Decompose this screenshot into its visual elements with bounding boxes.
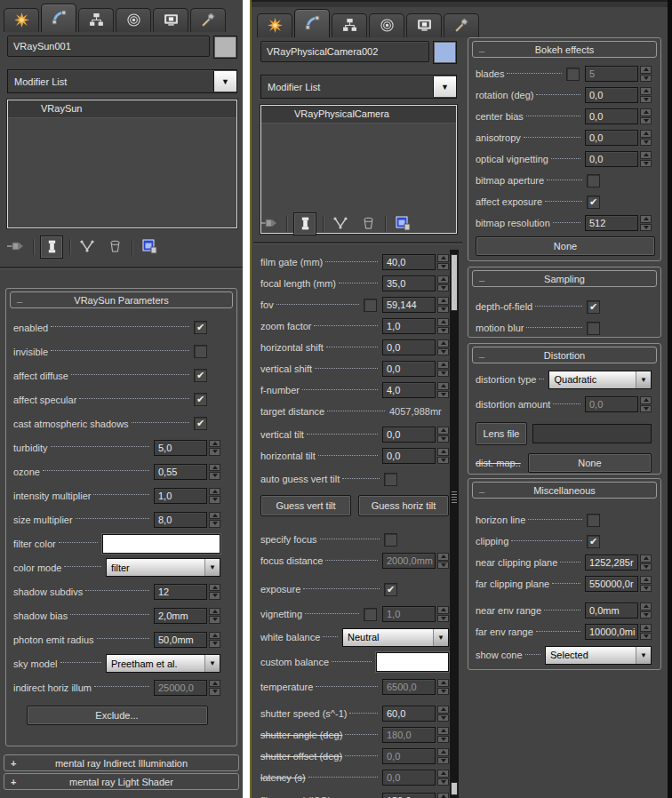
exposure-checkbox[interactable]: ✔ — [384, 583, 397, 596]
intensity-multiplier-field[interactable]: 1,0 — [154, 488, 207, 504]
rollout-header[interactable]: _Sampling — [472, 270, 657, 287]
spinner-up-icon[interactable] — [437, 275, 449, 283]
indirect-horiz-illum-spinner[interactable] — [209, 680, 220, 696]
exclude-button[interactable]: Exclude... — [27, 706, 208, 725]
ozone-spinner[interactable] — [209, 464, 220, 480]
rotation-deg-field[interactable]: 0,0 — [585, 87, 638, 103]
modifier-list-dropdown[interactable]: Modifier List ▼ — [7, 69, 237, 93]
photon-emit-radius-spinner[interactable] — [209, 632, 220, 648]
far-clipping-plane-field[interactable]: 550000,0r — [585, 576, 638, 592]
show-end-result-button[interactable] — [293, 212, 316, 235]
spinner-up-icon[interactable] — [437, 793, 449, 798]
spinner-down-icon[interactable] — [437, 391, 449, 399]
spinner-down-icon[interactable] — [640, 139, 652, 147]
shutter-angle-deg-spinner[interactable] — [437, 727, 449, 743]
focal-length-mm-field[interactable]: 35,0 — [382, 275, 436, 291]
vertical-shift-field[interactable]: 0,0 — [382, 361, 436, 377]
tab-display[interactable] — [406, 13, 442, 37]
focal-length-mm-spinner[interactable] — [437, 275, 449, 291]
spinner-up-icon[interactable] — [640, 624, 652, 632]
chevron-down-icon[interactable]: ▼ — [636, 647, 651, 664]
color-mode-dropdown[interactable]: filter▼ — [106, 558, 220, 577]
auto-guess-vert-tilt-checkbox[interactable] — [384, 473, 397, 486]
remove-modifier-button[interactable] — [357, 213, 379, 235]
near-clipping-plane-field[interactable]: 1252,285r — [585, 555, 638, 571]
vignetting-spinner[interactable] — [437, 606, 449, 622]
near-clipping-plane-spinner[interactable] — [640, 555, 652, 571]
temperature-spinner[interactable] — [437, 679, 449, 695]
modifier-list-dropdown[interactable]: Modifier List ▼ — [260, 75, 457, 99]
spinner-up-icon[interactable] — [640, 576, 652, 584]
spinner-down-icon[interactable] — [209, 592, 220, 600]
spinner-up-icon[interactable] — [437, 706, 449, 714]
custom-balance-swatch[interactable] — [376, 652, 449, 672]
near-env-range-field[interactable]: 0,0mm — [585, 602, 638, 618]
rollout-header[interactable]: _ VRaySun Parameters — [10, 291, 233, 308]
spinner-down-icon[interactable] — [640, 117, 652, 125]
tab-display[interactable] — [153, 8, 188, 32]
show-cone-dropdown[interactable]: Selected▼ — [545, 646, 652, 665]
shadow-bias-field[interactable]: 2,0mm — [154, 608, 207, 624]
film-speed-iso-field[interactable]: 150,0 — [382, 793, 436, 798]
horizontal-shift-field[interactable]: 0,0 — [382, 339, 436, 355]
filter-color-swatch[interactable] — [102, 534, 220, 554]
sky-model-dropdown[interactable]: Preetham et al.▼ — [106, 654, 220, 673]
indirect-horiz-illum-field[interactable]: 25000,0 — [154, 680, 207, 696]
guess-horiz-tilt-button[interactable]: Guess horiz tilt — [358, 495, 449, 516]
horizontal-tilt-field[interactable]: 0,0 — [382, 448, 436, 464]
affect-diffuse-checkbox[interactable]: ✔ — [194, 369, 207, 382]
spinner-down-icon[interactable] — [437, 284, 449, 292]
spinner-down-icon[interactable] — [437, 435, 449, 443]
photon-emit-radius-field[interactable]: 50,0mm — [154, 632, 207, 648]
spinner-down-icon[interactable] — [209, 520, 220, 528]
spinner-up-icon[interactable] — [437, 318, 449, 326]
spinner-down-icon[interactable] — [640, 96, 652, 104]
focus-distance-field[interactable]: 2000,0mm — [382, 553, 436, 569]
spinner-down-icon[interactable] — [209, 640, 220, 648]
anisotropy-spinner[interactable] — [640, 130, 652, 146]
lens-file-path-field[interactable] — [532, 424, 652, 443]
spinner-up-icon[interactable] — [437, 427, 449, 435]
spinner-down-icon[interactable] — [437, 562, 449, 570]
scrollbar-thumb-bottom[interactable] — [451, 782, 458, 795]
horizon-line-checkbox[interactable] — [587, 514, 600, 527]
center-bias-spinner[interactable] — [640, 108, 652, 124]
tab-modify[interactable] — [294, 9, 330, 37]
spinner-up-icon[interactable] — [437, 727, 449, 735]
spinner-down-icon[interactable] — [437, 327, 449, 335]
spinner-up-icon[interactable] — [209, 680, 220, 688]
near-env-range-spinner[interactable] — [640, 602, 652, 618]
vignetting-field[interactable]: 1,0 — [382, 606, 436, 622]
fov-checkbox[interactable] — [364, 299, 377, 312]
spinner-down-icon[interactable] — [640, 563, 652, 571]
chevron-down-icon[interactable]: ▼ — [204, 655, 220, 672]
pin-button[interactable] — [5, 236, 27, 258]
intensity-multiplier-spinner[interactable] — [209, 488, 220, 504]
chevron-down-icon[interactable]: ▼ — [433, 629, 448, 646]
spinner-up-icon[interactable] — [437, 770, 449, 778]
spinner-up-icon[interactable] — [437, 606, 449, 614]
optical-vignetting-spinner[interactable] — [640, 151, 652, 167]
spinner-up-icon[interactable] — [209, 512, 220, 520]
scrollbar-thumb[interactable] — [451, 254, 458, 311]
spinner-up-icon[interactable] — [437, 553, 449, 561]
spinner-up-icon[interactable] — [437, 448, 449, 456]
remove-modifier-button[interactable] — [104, 236, 125, 258]
spinner-down-icon[interactable] — [209, 448, 220, 456]
modifier-stack[interactable]: VRaySun — [7, 100, 237, 228]
spinner-up-icon[interactable] — [437, 339, 449, 347]
spinner-down-icon[interactable] — [437, 688, 449, 696]
tab-motion[interactable] — [116, 8, 151, 32]
anisotropy-field[interactable]: 0,0 — [585, 130, 638, 146]
fov-field[interactable]: 59,144 — [382, 297, 436, 313]
tab-create[interactable] — [257, 13, 292, 37]
guess-vert-tilt-button[interactable]: Guess vert tilt — [260, 495, 351, 516]
latency-s-field[interactable]: 0,0 — [382, 770, 436, 786]
f-number-spinner[interactable] — [437, 382, 449, 398]
motion-blur-checkbox[interactable] — [587, 322, 600, 335]
object-name-input[interactable] — [7, 36, 210, 57]
spinner-up-icon[interactable] — [437, 254, 449, 262]
make-unique-button[interactable] — [330, 213, 351, 235]
blades-checkbox[interactable] — [566, 68, 580, 81]
spinner-up-icon[interactable] — [437, 297, 449, 305]
